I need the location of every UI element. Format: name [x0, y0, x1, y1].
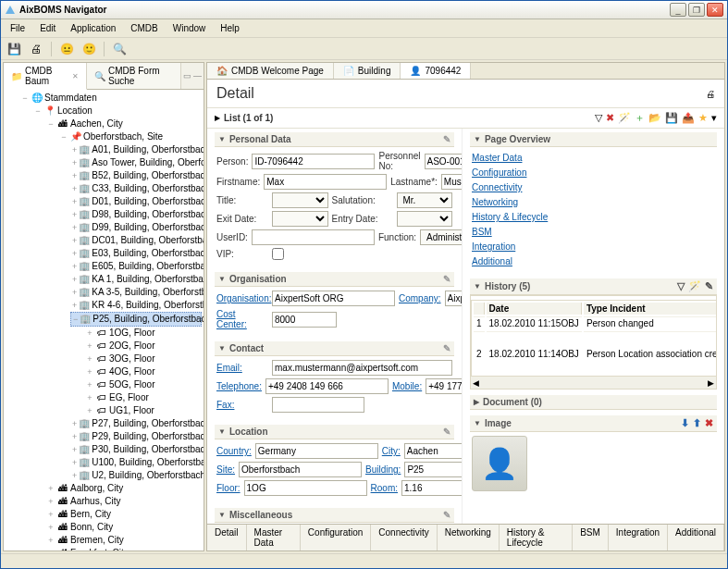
tree-node[interactable]: +🏙Bern, City [44, 508, 202, 521]
menu-application[interactable]: Application [65, 21, 121, 35]
star-icon[interactable]: ★ [698, 112, 708, 124]
bottom-tab[interactable]: Configuration [301, 525, 371, 550]
vip-checkbox[interactable] [272, 248, 284, 260]
menu-window[interactable]: Window [167, 21, 212, 35]
exit-date-select[interactable] [272, 211, 328, 227]
tab-welcome[interactable]: 🏠 CMDB Welcome Page [207, 63, 334, 79]
bottom-tab[interactable]: Connectivity [371, 525, 437, 550]
tab-cmdb-baum[interactable]: 📁 CMDB Baum✕ [4, 63, 87, 90]
tree-node[interactable]: +🏢D01, Building, Oberforstbach [70, 195, 202, 208]
tree-node[interactable]: +🏷UG1, Floor [83, 404, 202, 417]
wand-icon[interactable]: 🪄 [688, 280, 701, 292]
smile-icon[interactable]: 🙂 [81, 42, 96, 56]
menu-file[interactable]: File [5, 21, 31, 35]
upload-icon[interactable]: ⬆ [693, 417, 701, 429]
tab-building[interactable]: 📄 Building [334, 63, 401, 79]
delete-icon[interactable]: ✖ [705, 417, 713, 429]
overview-link[interactable]: Integration [472, 240, 715, 254]
tree-node[interactable]: +🏙Bonn, City [44, 521, 202, 534]
tree-node[interactable]: +🏙Aalborg, City [44, 482, 202, 495]
overview-link[interactable]: Additional [472, 254, 715, 269]
tree-node[interactable]: +🏢U100, Building, Oberforstbach [70, 456, 202, 469]
collapse-icon[interactable]: ▭ [183, 71, 191, 80]
print-icon[interactable]: 🖨 [29, 42, 43, 56]
neutral-icon[interactable]: 😐 [59, 42, 74, 56]
title-select[interactable] [272, 192, 328, 208]
edit-icon[interactable]: ✎ [443, 274, 450, 284]
tree-node[interactable]: +🏷5OG, Floor [83, 378, 202, 391]
download-icon[interactable]: ⬇ [681, 417, 689, 429]
edit-icon[interactable]: ✎ [443, 343, 450, 353]
overview-link[interactable]: Configuration [472, 166, 715, 180]
tree-node[interactable]: +🏢U2, Building, Oberforstbach [70, 469, 202, 482]
overview-link[interactable]: BSM [472, 225, 715, 240]
bottom-tab[interactable]: Additional [668, 525, 724, 550]
wand-icon[interactable]: 🪄 [618, 112, 631, 124]
bottom-tab[interactable]: BSM [573, 525, 609, 550]
bottom-tab[interactable]: Detail [207, 525, 247, 550]
edit-icon[interactable]: ✎ [443, 427, 450, 437]
city-field[interactable] [404, 443, 462, 459]
menu-help[interactable]: Help [215, 21, 245, 35]
building-field[interactable] [404, 462, 462, 477]
tree-node[interactable]: +🏢D99, Building, Oberforstbach [70, 221, 202, 234]
bottom-tab[interactable]: Master Data [247, 525, 301, 550]
tree-node[interactable]: +🏷4OG, Floor [83, 365, 202, 378]
diskette-icon[interactable]: 💾 [665, 112, 678, 124]
tree[interactable]: −🌐Stammdaten −📍Location −🏙Aachen, City −… [4, 90, 204, 550]
tree-node[interactable]: +🏙Frankfurt, City [44, 547, 202, 550]
floor-field[interactable] [244, 480, 367, 496]
search-icon[interactable]: 🔍 [112, 42, 127, 56]
site-field[interactable] [239, 462, 362, 477]
overview-link[interactable]: Master Data [472, 151, 715, 166]
save-icon[interactable]: 💾 [6, 42, 21, 56]
folder-icon[interactable]: 📂 [648, 112, 661, 124]
person-field[interactable] [252, 154, 375, 169]
chevron-right-icon[interactable]: ▶ [215, 114, 220, 122]
tree-node[interactable]: +🏙Aarhus, City [44, 495, 202, 508]
tree-node[interactable]: +🏷1OG, Floor [83, 327, 202, 340]
tree-node-selected[interactable]: −🏢P25, Building, Oberforstbach [70, 312, 202, 327]
export-icon[interactable]: 📤 [682, 112, 695, 124]
min-icon[interactable]: — [193, 71, 202, 80]
overview-link[interactable]: History & Lifecycle [472, 210, 715, 225]
delete-icon[interactable]: ✖ [606, 112, 614, 124]
bottom-tab[interactable]: History & Lifecycle [500, 525, 573, 550]
tree-node[interactable]: +🏢Aso Tower, Building, Oberforstbach [70, 156, 202, 169]
maximize-button[interactable]: ❐ [688, 3, 705, 17]
entry-date-select[interactable] [397, 211, 453, 227]
tree-node[interactable]: +🏢KR 4-6, Building, Oberforstbach [70, 299, 202, 312]
tree-node[interactable]: +🏢P27, Building, Oberforstbach [70, 417, 202, 430]
tree-node[interactable]: +🏙Bremen, City [44, 534, 202, 547]
mobile-field[interactable] [426, 378, 462, 394]
bottom-tab[interactable]: Integration [609, 525, 668, 550]
edit-icon[interactable]: ✎ [443, 510, 450, 520]
close-icon[interactable]: ✕ [72, 72, 79, 80]
scroll-right-icon[interactable]: ▶ [708, 378, 714, 388]
cc-field[interactable] [272, 312, 337, 328]
tab-7096442[interactable]: 👤 7096442 [401, 63, 471, 79]
filter-icon[interactable]: ▽ [595, 112, 602, 124]
tree-node[interactable]: +🏢P30, Building, Oberforstbach [70, 443, 202, 456]
tree-node[interactable]: +🏢E605, Building, Oberforstbach [70, 260, 202, 273]
overview-link[interactable]: Connectivity [472, 180, 715, 195]
table-row[interactable]: 218.02.2010 11:14OBJPerson Location asso… [474, 331, 716, 375]
table-row[interactable]: 118.02.2010 11:15OBJPerson changedPerson… [474, 316, 716, 329]
filter-icon[interactable]: ▽ [677, 280, 685, 292]
scroll-left-icon[interactable]: ◀ [473, 378, 479, 388]
edit-icon[interactable]: ✎ [443, 134, 450, 144]
company-field[interactable] [445, 291, 462, 306]
userid-field[interactable] [252, 229, 375, 245]
room-field[interactable] [401, 480, 462, 496]
personnel-no-field[interactable] [425, 154, 463, 169]
print-icon[interactable]: 🖨 [706, 89, 715, 99]
tree-node[interactable]: +🏢B52, Building, Oberforstbach [70, 169, 202, 182]
tree-node[interactable]: +🏷EG, Floor [83, 391, 202, 404]
tree-node[interactable]: +🏢KA 1, Building, Oberforstbach [70, 273, 202, 286]
tree-node[interactable]: +🏢C33, Building, Oberforstbach [70, 182, 202, 195]
menu-cmdb[interactable]: CMDB [125, 21, 163, 35]
tree-node[interactable]: +🏷2OG, Floor [83, 340, 202, 353]
minimize-button[interactable]: _ [670, 3, 686, 17]
tree-node[interactable]: +🏢P29, Building, Oberforstbach [70, 430, 202, 443]
tree-node[interactable]: +🏢DC01, Building, Oberforstbach [70, 234, 202, 247]
